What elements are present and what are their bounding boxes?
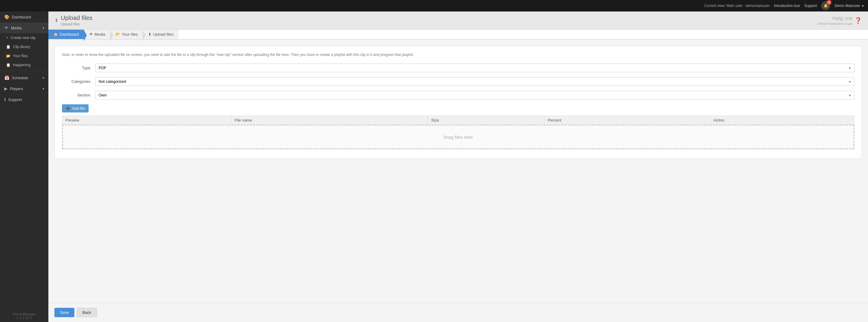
breadcrumb-dashboard-label: Dashboard: [60, 32, 79, 37]
breadcrumb-upload-files[interactable]: ⬆ Upload files: [143, 30, 178, 39]
back-button[interactable]: Back: [77, 308, 97, 317]
sidebar-item-support[interactable]: ℹ Support: [0, 94, 49, 105]
breadcrumb-media-icon: 👁: [89, 32, 93, 37]
categories-select-wrapper: Not categorized Category 1: [95, 77, 855, 86]
note-text: Note: in order to show the uploaded file…: [62, 52, 855, 58]
content-area: Note: in order to show the uploaded file…: [49, 40, 868, 303]
breadcrumb-media-label: Media: [95, 32, 105, 37]
sidebar-item-label: Dashboard: [12, 15, 31, 19]
sidebar-item-label: Support: [8, 97, 22, 102]
breadcrumb-media[interactable]: 👁 Media: [84, 30, 110, 39]
breadcrumb-dashboard-icon: 🏠: [53, 32, 58, 37]
breadcrumb: 🏠 Dashboard 👁 Media 📂 Your files ⬆ Uploa…: [49, 30, 868, 40]
support-link[interactable]: Support: [804, 4, 817, 8]
col-action: Action: [711, 116, 855, 125]
breadcrumb-your-files-label: Your files: [122, 32, 138, 37]
page-subtitle: Upload files: [61, 22, 93, 26]
footer-actions: Save Back: [49, 303, 868, 322]
upload-card: Note: in order to show the uploaded file…: [55, 46, 862, 159]
add-file-label: Add file: [72, 106, 85, 111]
players-chevron-icon: ▾: [43, 87, 44, 90]
breadcrumb-upload-icon: ⬆: [148, 32, 152, 37]
categories-select[interactable]: Not categorized Category 1: [95, 77, 855, 86]
type-row: Type PDF Image Video Audio: [62, 64, 855, 72]
sidebar-item-label: Your files: [13, 54, 28, 58]
manager-label: Demo Manager: [2, 312, 46, 316]
sidebar-item-label: Schedule: [12, 75, 28, 80]
notification-badge: 35: [827, 0, 831, 5]
intro-tour-link[interactable]: Introduction tour: [774, 4, 800, 8]
schedule-icon: 📅: [4, 75, 9, 80]
sidebar: 🎨 Dashboard 👁 Media ▾ + Create new clip …: [0, 11, 49, 322]
sidebar-item-dashboard[interactable]: 🎨 Dashboard: [0, 11, 49, 22]
file-table: Preview File name Size Percent Action Dr…: [62, 116, 855, 149]
help-icon: ❓: [855, 17, 862, 24]
topbar: Current view: Main user - demomainuser I…: [0, 0, 868, 11]
your-files-icon: 📂: [6, 54, 10, 58]
categories-label: Categories: [62, 79, 95, 84]
help-me-button[interactable]: Help me unfold explanation page ❓: [817, 15, 862, 25]
breadcrumb-dashboard[interactable]: 🏠 Dashboard: [49, 30, 84, 39]
page-header: ⬆ Upload files Upload files Help me unfo…: [49, 11, 868, 30]
players-icon: ▶: [4, 86, 7, 91]
col-percent: Percent: [545, 116, 710, 125]
help-label: Help me: [832, 15, 852, 22]
media-icon: 👁: [4, 25, 8, 30]
type-select[interactable]: PDF Image Video Audio: [95, 64, 855, 72]
drop-zone[interactable]: Drag files here: [62, 125, 854, 149]
type-label: Type: [62, 66, 95, 70]
breadcrumb-upload-label: Upload files: [153, 32, 174, 37]
sidebar-item-label: Clip library: [13, 45, 30, 49]
sidebar-item-media[interactable]: 👁 Media ▾: [0, 22, 49, 33]
dashboard-icon: 🎨: [4, 14, 9, 19]
page-header-left: ⬆ Upload files Upload files: [55, 14, 93, 26]
media-chevron-icon: ▾: [43, 26, 44, 30]
save-button[interactable]: Save: [55, 308, 74, 317]
version-label: v. 2.1.53.1: [2, 316, 46, 320]
add-file-button[interactable]: ➕ Add file: [62, 104, 89, 112]
sidebar-item-schedule[interactable]: 📅 Schedule ▾: [0, 72, 49, 83]
schedule-chevron-icon: ▾: [43, 76, 44, 79]
upload-header-icon: ⬆: [55, 18, 58, 23]
sidebar-item-label: Create new clip: [10, 36, 36, 40]
user-menu[interactable]: Demo Mainuser ▼: [834, 4, 864, 8]
section-select[interactable]: Own Shared: [95, 91, 855, 99]
help-sub-label: unfold explanation page: [817, 22, 852, 25]
section-row: Section Own Shared: [62, 91, 855, 99]
drag-label: Drag files here: [443, 134, 473, 140]
support-icon: ℹ: [4, 97, 6, 102]
sidebar-item-create-new-clip[interactable]: + Create new clip: [0, 33, 49, 42]
notification-bell[interactable]: 🔔 35: [821, 1, 830, 10]
col-filename: File name: [231, 116, 428, 125]
sidebar-item-label: Happening: [13, 63, 31, 67]
sidebar-item-players[interactable]: ▶ Players ▾: [0, 83, 49, 94]
sidebar-divider-1: [0, 71, 49, 71]
sidebar-item-label: Media: [11, 26, 22, 30]
col-size: Size: [428, 116, 545, 125]
current-view-label: Current view: Main user - demomainuser: [704, 4, 770, 8]
breadcrumb-your-files-icon: 📂: [116, 32, 120, 37]
page-title: Upload files: [61, 14, 93, 22]
section-label: Section: [62, 93, 95, 97]
drop-zone-cell[interactable]: Drag files here: [62, 125, 855, 149]
plus-icon: +: [6, 36, 8, 40]
breadcrumb-your-files[interactable]: 📂 Your files: [111, 30, 143, 39]
sidebar-item-label: Players: [10, 87, 23, 91]
categories-row: Categories Not categorized Category 1: [62, 77, 855, 86]
sidebar-item-clip-library[interactable]: 📋 Clip library: [0, 42, 49, 52]
user-chevron-icon: ▼: [861, 4, 864, 7]
clip-library-icon: 📋: [6, 45, 10, 49]
sidebar-item-your-files[interactable]: 📂 Your files: [0, 52, 49, 61]
add-file-plus-icon: ➕: [66, 106, 70, 111]
section-select-wrapper: Own Shared: [95, 91, 855, 99]
user-label: Demo Mainuser: [834, 4, 860, 8]
type-select-wrapper: PDF Image Video Audio: [95, 64, 855, 72]
sidebar-version: Demo Manager v. 2.1.53.1: [0, 310, 49, 322]
col-preview: Preview: [62, 116, 231, 125]
main-content: ⬆ Upload files Upload files Help me unfo…: [49, 11, 868, 322]
sidebar-item-happening[interactable]: 📋 Happening: [0, 61, 49, 69]
happening-icon: 📋: [6, 63, 10, 67]
